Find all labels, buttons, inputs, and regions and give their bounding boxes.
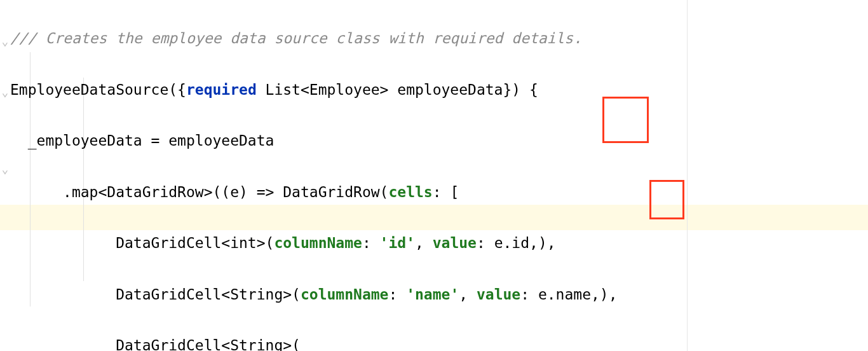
named-param: columnName bbox=[274, 235, 362, 251]
code-text: EmployeeDataSource({ bbox=[10, 81, 186, 98]
code-text: : e.name,), bbox=[520, 286, 617, 303]
fold-marker[interactable]: ⌄ bbox=[0, 79, 10, 105]
code-text: , bbox=[415, 235, 433, 251]
named-param: value bbox=[477, 286, 520, 303]
code-text: : [ bbox=[433, 184, 459, 200]
code-text: List<Employee> employeeData}) { bbox=[257, 81, 538, 98]
code-text: : e.id,), bbox=[477, 235, 556, 251]
named-param: cells bbox=[388, 184, 432, 200]
fold-marker[interactable]: ⌄ bbox=[0, 28, 10, 53]
code-text: , bbox=[459, 286, 477, 303]
fold-marker[interactable]: ⌄ bbox=[0, 156, 10, 182]
named-param: columnName bbox=[301, 286, 388, 303]
ruler-guide bbox=[687, 0, 688, 351]
code-text: : bbox=[388, 286, 406, 303]
code-text: DataGridCell<String>( bbox=[10, 337, 301, 351]
code-text: : bbox=[362, 235, 380, 251]
code-text: _employeeData = employeeData bbox=[10, 132, 274, 149]
keyword-required: required bbox=[186, 81, 257, 98]
code-editor[interactable]: /// Creates the employee data source cla… bbox=[10, 0, 626, 351]
code-text: DataGridCell<int>( bbox=[10, 235, 274, 251]
code-text: DataGridCell<String>( bbox=[10, 286, 301, 303]
named-param: value bbox=[433, 235, 477, 251]
string-literal: 'name' bbox=[406, 286, 459, 303]
fold-gutter: ⌄ ⌄ ⌄ bbox=[0, 0, 10, 351]
comment: /// Creates the employee data source cla… bbox=[10, 30, 582, 46]
string-literal: 'id' bbox=[380, 235, 415, 251]
code-text: .map<DataGridRow>((e) => DataGridRow( bbox=[10, 184, 388, 200]
